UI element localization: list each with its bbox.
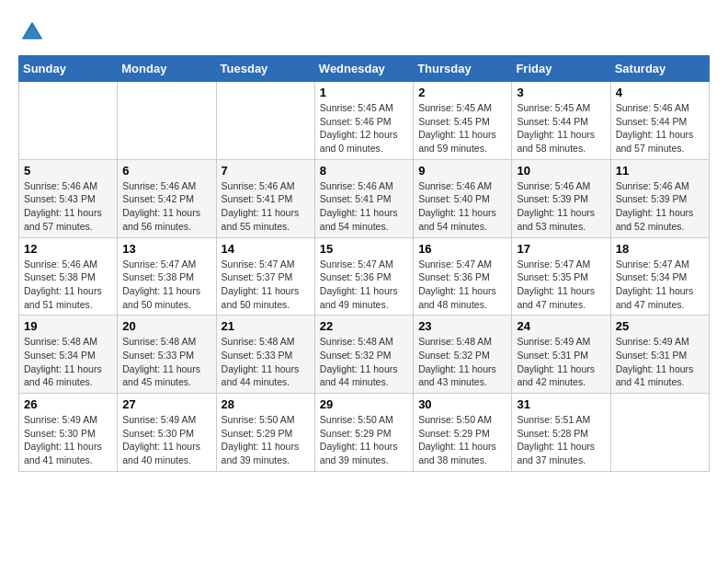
day-info: Sunrise: 5:46 AM Sunset: 5:41 PM Dayligh… xyxy=(222,179,310,234)
calendar-week-5: 26Sunrise: 5:49 AM Sunset: 5:30 PM Dayli… xyxy=(19,394,710,472)
day-info: Sunrise: 5:47 AM Sunset: 5:36 PM Dayligh… xyxy=(320,258,408,312)
day-info: Sunrise: 5:48 AM Sunset: 5:33 PM Dayligh… xyxy=(122,335,210,389)
day-number: 10 xyxy=(517,164,605,178)
calendar-cell: 17Sunrise: 5:47 AM Sunset: 5:35 PM Dayli… xyxy=(512,237,610,316)
day-info: Sunrise: 5:46 AM Sunset: 5:40 PM Dayligh… xyxy=(418,179,506,234)
day-info: Sunrise: 5:45 AM Sunset: 5:45 PM Dayligh… xyxy=(418,101,506,155)
logo-icon xyxy=(18,18,46,46)
day-number: 21 xyxy=(222,319,310,333)
calendar-cell: 15Sunrise: 5:47 AM Sunset: 5:36 PM Dayli… xyxy=(314,237,413,316)
day-number: 7 xyxy=(222,164,310,178)
day-number: 17 xyxy=(517,242,605,256)
day-info: Sunrise: 5:46 AM Sunset: 5:39 PM Dayligh… xyxy=(616,179,704,234)
calendar-cell: 20Sunrise: 5:48 AM Sunset: 5:33 PM Dayli… xyxy=(118,316,216,394)
day-info: Sunrise: 5:45 AM Sunset: 5:46 PM Dayligh… xyxy=(320,101,408,155)
logo xyxy=(18,18,50,46)
day-number: 16 xyxy=(418,242,506,256)
day-number: 8 xyxy=(320,164,408,178)
weekday-header-tuesday: Tuesday xyxy=(216,56,314,82)
day-info: Sunrise: 5:47 AM Sunset: 5:37 PM Dayligh… xyxy=(222,258,310,312)
day-number: 3 xyxy=(517,86,605,99)
day-number: 27 xyxy=(122,397,210,411)
day-number: 1 xyxy=(320,86,408,99)
calendar-cell: 29Sunrise: 5:50 AM Sunset: 5:29 PM Dayli… xyxy=(314,394,413,472)
day-info: Sunrise: 5:48 AM Sunset: 5:34 PM Dayligh… xyxy=(24,335,112,389)
calendar-cell: 4Sunrise: 5:46 AM Sunset: 5:44 PM Daylig… xyxy=(610,82,709,160)
day-info: Sunrise: 5:46 AM Sunset: 5:38 PM Dayligh… xyxy=(24,258,112,312)
day-info: Sunrise: 5:47 AM Sunset: 5:36 PM Dayligh… xyxy=(418,258,506,312)
day-number: 11 xyxy=(616,164,704,178)
day-info: Sunrise: 5:50 AM Sunset: 5:29 PM Dayligh… xyxy=(418,413,506,467)
calendar-cell: 19Sunrise: 5:48 AM Sunset: 5:34 PM Dayli… xyxy=(19,316,118,394)
calendar-week-3: 12Sunrise: 5:46 AM Sunset: 5:38 PM Dayli… xyxy=(19,237,710,316)
calendar-container: SundayMondayTuesdayWednesdayThursdayFrid… xyxy=(0,0,728,481)
weekday-header-wednesday: Wednesday xyxy=(314,56,413,82)
weekday-header-saturday: Saturday xyxy=(610,56,709,82)
calendar-cell: 31Sunrise: 5:51 AM Sunset: 5:28 PM Dayli… xyxy=(512,394,610,472)
calendar-week-4: 19Sunrise: 5:48 AM Sunset: 5:34 PM Dayli… xyxy=(19,316,710,394)
day-info: Sunrise: 5:46 AM Sunset: 5:44 PM Dayligh… xyxy=(616,101,704,155)
calendar-cell xyxy=(610,394,709,472)
day-number: 18 xyxy=(616,242,704,256)
day-info: Sunrise: 5:47 AM Sunset: 5:35 PM Dayligh… xyxy=(517,258,605,312)
day-number: 30 xyxy=(418,397,506,411)
day-info: Sunrise: 5:48 AM Sunset: 5:32 PM Dayligh… xyxy=(418,335,506,389)
calendar-cell: 18Sunrise: 5:47 AM Sunset: 5:34 PM Dayli… xyxy=(610,237,709,316)
day-info: Sunrise: 5:49 AM Sunset: 5:31 PM Dayligh… xyxy=(517,335,605,389)
day-info: Sunrise: 5:49 AM Sunset: 5:30 PM Dayligh… xyxy=(24,413,112,467)
day-info: Sunrise: 5:46 AM Sunset: 5:41 PM Dayligh… xyxy=(320,179,408,234)
day-number: 22 xyxy=(320,319,408,333)
day-number: 24 xyxy=(517,319,605,333)
calendar-cell: 1Sunrise: 5:45 AM Sunset: 5:46 PM Daylig… xyxy=(314,82,413,160)
day-info: Sunrise: 5:48 AM Sunset: 5:32 PM Dayligh… xyxy=(320,335,408,389)
day-number: 13 xyxy=(122,242,210,256)
header xyxy=(18,18,710,46)
calendar-cell: 2Sunrise: 5:45 AM Sunset: 5:45 PM Daylig… xyxy=(414,82,512,160)
day-number: 9 xyxy=(418,164,506,178)
calendar-cell: 28Sunrise: 5:50 AM Sunset: 5:29 PM Dayli… xyxy=(216,394,314,472)
calendar-cell xyxy=(19,82,118,160)
weekday-header-row: SundayMondayTuesdayWednesdayThursdayFrid… xyxy=(19,56,710,82)
day-info: Sunrise: 5:47 AM Sunset: 5:34 PM Dayligh… xyxy=(616,258,704,312)
day-number: 2 xyxy=(418,86,506,99)
calendar-cell xyxy=(118,82,216,160)
day-info: Sunrise: 5:49 AM Sunset: 5:31 PM Dayligh… xyxy=(616,335,704,389)
calendar-cell: 26Sunrise: 5:49 AM Sunset: 5:30 PM Dayli… xyxy=(19,394,118,472)
weekday-header-sunday: Sunday xyxy=(19,56,118,82)
calendar-cell: 10Sunrise: 5:46 AM Sunset: 5:39 PM Dayli… xyxy=(512,159,610,237)
calendar-cell: 6Sunrise: 5:46 AM Sunset: 5:42 PM Daylig… xyxy=(118,159,216,237)
day-info: Sunrise: 5:50 AM Sunset: 5:29 PM Dayligh… xyxy=(222,413,310,467)
calendar-cell: 3Sunrise: 5:45 AM Sunset: 5:44 PM Daylig… xyxy=(512,82,610,160)
day-number: 15 xyxy=(320,242,408,256)
day-number: 14 xyxy=(222,242,310,256)
day-number: 25 xyxy=(616,319,704,333)
day-number: 23 xyxy=(418,319,506,333)
day-number: 4 xyxy=(616,86,704,99)
calendar-cell: 22Sunrise: 5:48 AM Sunset: 5:32 PM Dayli… xyxy=(314,316,413,394)
calendar-cell: 12Sunrise: 5:46 AM Sunset: 5:38 PM Dayli… xyxy=(19,237,118,316)
day-info: Sunrise: 5:46 AM Sunset: 5:42 PM Dayligh… xyxy=(122,179,210,234)
calendar-week-1: 1Sunrise: 5:45 AM Sunset: 5:46 PM Daylig… xyxy=(19,82,710,160)
day-info: Sunrise: 5:48 AM Sunset: 5:33 PM Dayligh… xyxy=(222,335,310,389)
calendar-cell xyxy=(216,82,314,160)
day-number: 6 xyxy=(122,164,210,178)
weekday-header-friday: Friday xyxy=(512,56,610,82)
day-number: 28 xyxy=(222,397,310,411)
day-info: Sunrise: 5:45 AM Sunset: 5:44 PM Dayligh… xyxy=(517,101,605,155)
weekday-header-thursday: Thursday xyxy=(414,56,512,82)
day-number: 31 xyxy=(517,397,605,411)
day-number: 29 xyxy=(320,397,408,411)
calendar-cell: 9Sunrise: 5:46 AM Sunset: 5:40 PM Daylig… xyxy=(414,159,512,237)
day-number: 26 xyxy=(24,397,112,411)
calendar-cell: 30Sunrise: 5:50 AM Sunset: 5:29 PM Dayli… xyxy=(414,394,512,472)
calendar-cell: 13Sunrise: 5:47 AM Sunset: 5:38 PM Dayli… xyxy=(118,237,216,316)
calendar-cell: 14Sunrise: 5:47 AM Sunset: 5:37 PM Dayli… xyxy=(216,237,314,316)
weekday-header-monday: Monday xyxy=(118,56,216,82)
day-info: Sunrise: 5:46 AM Sunset: 5:43 PM Dayligh… xyxy=(24,179,112,234)
calendar-week-2: 5Sunrise: 5:46 AM Sunset: 5:43 PM Daylig… xyxy=(19,159,710,237)
calendar-table: SundayMondayTuesdayWednesdayThursdayFrid… xyxy=(18,55,710,472)
calendar-cell: 21Sunrise: 5:48 AM Sunset: 5:33 PM Dayli… xyxy=(216,316,314,394)
day-info: Sunrise: 5:51 AM Sunset: 5:28 PM Dayligh… xyxy=(517,413,605,467)
day-info: Sunrise: 5:49 AM Sunset: 5:30 PM Dayligh… xyxy=(122,413,210,467)
calendar-cell: 16Sunrise: 5:47 AM Sunset: 5:36 PM Dayli… xyxy=(414,237,512,316)
